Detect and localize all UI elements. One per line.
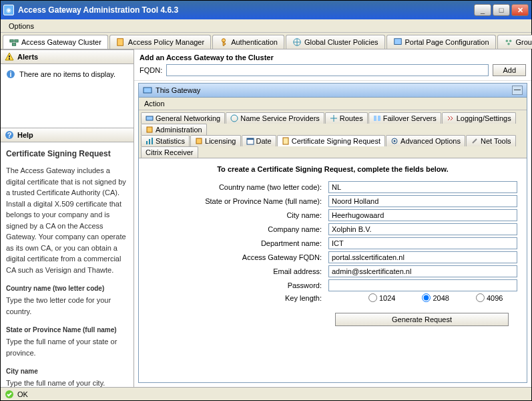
company-input[interactable]	[328, 223, 517, 235]
subwindow-minimize-button[interactable]: —	[512, 86, 523, 95]
gateway-icon	[143, 86, 152, 95]
tab-routes[interactable]: Routes	[325, 112, 368, 124]
generate-request-button[interactable]: Generate Request	[335, 313, 509, 326]
gateway-fqdn-input[interactable]	[328, 251, 517, 263]
alerts-empty-text: There are no items to display.	[19, 70, 115, 78]
svg-rect-27	[247, 138, 254, 140]
info-icon: i	[6, 70, 15, 79]
svg-rect-0	[10, 40, 13, 43]
svg-rect-19	[374, 116, 376, 121]
close-button[interactable]: ✕	[511, 4, 529, 16]
tab-access-gateway-cluster[interactable]: Access Gateway Cluster	[3, 35, 108, 49]
svg-rect-3	[117, 39, 123, 46]
svg-rect-2	[12, 43, 15, 46]
country-input[interactable]	[328, 181, 517, 193]
svg-point-9	[507, 43, 510, 45]
svg-rect-1	[15, 40, 18, 43]
csr-form-title: To create a Certificate Signing Request,…	[148, 165, 517, 173]
svg-point-4	[222, 39, 226, 42]
add-gateway-bar: Add an Access Gateway to the Cluster FQD…	[134, 49, 531, 81]
svg-rect-6	[394, 39, 401, 45]
state-input[interactable]	[328, 195, 517, 207]
maximize-button[interactable]: □	[493, 4, 510, 16]
subwindow-titlebar: This Gateway —	[139, 84, 527, 98]
key-4096-radio[interactable]: 4096	[476, 293, 509, 302]
titlebar: ◉ Access Gateway Administration Tool 4.6…	[1, 1, 531, 19]
fqdn-label: FQDN:	[140, 66, 162, 74]
status-text: OK	[17, 390, 28, 398]
help-body: Certificate Signing Request The Access G…	[1, 142, 134, 387]
svg-rect-16	[144, 88, 152, 93]
svg-rect-23	[149, 139, 150, 144]
tab-name-service-providers[interactable]: Name Service Providers	[226, 112, 324, 124]
tab-portal-page-configuration[interactable]: Portal Page Configuration	[386, 35, 496, 49]
tab-group-priority[interactable]: Group Priority	[497, 35, 533, 49]
menubar: Options	[1, 19, 531, 33]
svg-text:i: i	[9, 70, 11, 78]
tab-citrix-receiver[interactable]: Citrix Receiver	[141, 146, 198, 158]
main-panel: Add an Access Gateway to the Cluster FQD…	[134, 49, 531, 387]
svg-rect-24	[152, 138, 153, 144]
key-1024-radio[interactable]: 1024	[368, 293, 402, 302]
help-heading: Certificate Signing Request	[6, 148, 128, 160]
password-input[interactable]	[328, 279, 517, 291]
svg-rect-28	[283, 138, 288, 144]
svg-rect-21	[147, 127, 152, 132]
svg-point-7	[505, 40, 508, 43]
svg-rect-22	[146, 141, 148, 144]
help-intro: The Access Gateway includes a digital ce…	[6, 165, 128, 275]
statusbar: OK	[1, 387, 531, 400]
alerts-body: i There are no items to display.	[1, 64, 134, 128]
tab-administration[interactable]: Administration	[141, 124, 207, 135]
help-icon: ?	[5, 130, 14, 140]
svg-point-30	[394, 140, 396, 142]
alerts-header: Alerts	[1, 49, 134, 64]
sub-tabstrip: General Networking Name Service Provider…	[139, 110, 527, 158]
tab-authentication[interactable]: Authentication	[212, 35, 284, 49]
app-icon: ◉	[3, 5, 14, 15]
window-title: Access Gateway Administration Tool 4.6.3	[18, 5, 474, 15]
csr-form: To create a Certificate Signing Request,…	[139, 158, 527, 382]
tab-general-networking[interactable]: General Networking	[141, 112, 225, 124]
svg-rect-10	[9, 55, 10, 57]
help-header: ? Help	[1, 128, 134, 142]
action-menu[interactable]: Action	[139, 98, 527, 110]
city-input[interactable]	[328, 209, 517, 221]
department-input[interactable]	[328, 237, 517, 249]
ok-icon	[5, 390, 14, 399]
fqdn-input[interactable]	[166, 64, 489, 76]
menu-options[interactable]: Options	[5, 21, 38, 31]
svg-point-8	[509, 40, 511, 43]
svg-rect-20	[378, 116, 380, 121]
email-input[interactable]	[328, 265, 517, 277]
tab-failover-servers[interactable]: Failover Servers	[368, 112, 441, 124]
svg-rect-25	[196, 138, 202, 144]
tab-access-policy-manager[interactable]: Access Policy Manager	[109, 35, 211, 49]
minimize-button[interactable]: _	[474, 4, 491, 16]
tab-date[interactable]: Date	[242, 135, 276, 146]
tab-advanced-options[interactable]: Advanced Options	[386, 135, 465, 146]
svg-rect-11	[9, 58, 10, 59]
add-gateway-title: Add an Access Gateway to the Cluster	[140, 53, 526, 61]
warning-icon	[5, 52, 14, 61]
main-tabstrip: Access Gateway Cluster Access Policy Man…	[1, 33, 531, 49]
add-button[interactable]: Add	[493, 64, 526, 76]
gateway-subwindow: This Gateway — Action General Networking…	[138, 83, 527, 383]
tab-logging-settings[interactable]: Logging/Settings	[442, 112, 516, 124]
tab-licensing[interactable]: Licensing	[190, 135, 240, 146]
tab-statistics[interactable]: Statistics	[141, 135, 190, 146]
key-2048-radio[interactable]: 2048	[422, 293, 455, 302]
svg-rect-17	[146, 116, 153, 120]
svg-text:?: ?	[7, 131, 12, 139]
tab-certificate-signing-request[interactable]: Certificate Signing Request	[277, 135, 385, 146]
svg-point-18	[231, 115, 238, 122]
tab-global-cluster-policies[interactable]: Global Cluster Policies	[286, 35, 385, 49]
sidebar: Alerts i There are no items to display. …	[1, 49, 134, 387]
tab-net-tools[interactable]: Net Tools	[466, 135, 516, 146]
